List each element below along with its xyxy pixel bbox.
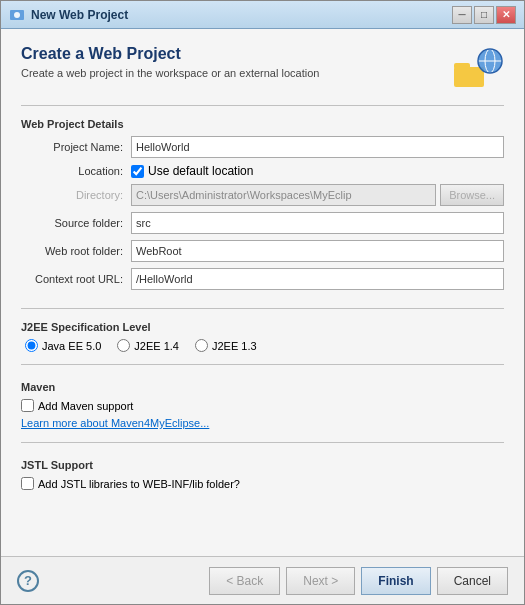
svg-rect-2 (454, 67, 484, 87)
footer-right: < Back Next > Finish Cancel (209, 567, 508, 595)
back-button[interactable]: < Back (209, 567, 280, 595)
maven-section: Maven Add Maven support Learn more about… (21, 381, 504, 430)
maven-checkbox-row[interactable]: Add Maven support (21, 399, 504, 412)
section-label-details: Web Project Details (21, 118, 504, 130)
add-jstl-label: Add JSTL libraries to WEB-INF/lib folder… (38, 478, 240, 490)
j2ee-radio-javaee5[interactable] (25, 339, 38, 352)
j2ee-section: J2EE Specification Level Java EE 5.0 J2E… (21, 321, 504, 352)
add-jstl-checkbox[interactable] (21, 477, 34, 490)
dialog-subtitle: Create a web project in the workspace or… (21, 67, 319, 79)
location-row: Location: Use default location (21, 164, 504, 178)
j2ee-option-javaee5[interactable]: Java EE 5.0 (25, 339, 101, 352)
add-maven-support-label: Add Maven support (38, 400, 133, 412)
svg-point-1 (14, 12, 20, 18)
jstl-checkbox-row[interactable]: Add JSTL libraries to WEB-INF/lib folder… (21, 477, 504, 490)
web-root-folder-row: Web root folder: (21, 240, 504, 262)
header-divider (21, 105, 504, 106)
dialog-content: Create a Web Project Create a web projec… (1, 29, 524, 556)
maven-section-label: Maven (21, 381, 504, 393)
maven-divider (21, 364, 504, 365)
directory-label: Directory: (21, 189, 131, 201)
source-folder-label: Source folder: (21, 217, 131, 229)
jstl-divider (21, 442, 504, 443)
dialog-title: Create a Web Project (21, 45, 319, 63)
header-text: Create a Web Project Create a web projec… (21, 45, 319, 79)
project-name-label: Project Name: (21, 141, 131, 153)
context-root-url-row: Context root URL: (21, 268, 504, 290)
context-root-url-label: Context root URL: (21, 273, 131, 285)
window-title: New Web Project (31, 8, 452, 22)
j2ee-label-j2ee13: J2EE 1.3 (212, 340, 257, 352)
svg-rect-3 (454, 63, 470, 69)
j2ee-divider (21, 308, 504, 309)
minimize-button[interactable]: ─ (452, 6, 472, 24)
project-name-input[interactable] (131, 136, 504, 158)
source-folder-row: Source folder: (21, 212, 504, 234)
directory-row: Directory: Browse... (21, 184, 504, 206)
j2ee-option-j2ee14[interactable]: J2EE 1.4 (117, 339, 179, 352)
web-root-folder-input[interactable] (131, 240, 504, 262)
directory-input (131, 184, 436, 206)
context-root-url-input[interactable] (131, 268, 504, 290)
web-root-folder-label: Web root folder: (21, 245, 131, 257)
location-label: Location: (21, 165, 131, 177)
use-default-location-label: Use default location (148, 164, 253, 178)
j2ee-section-label: J2EE Specification Level (21, 321, 504, 333)
project-name-row: Project Name: (21, 136, 504, 158)
help-button[interactable]: ? (17, 570, 39, 592)
jstl-section-label: JSTL Support (21, 459, 504, 471)
web-project-details-section: Web Project Details Project Name: Locati… (21, 118, 504, 296)
j2ee-label-j2ee14: J2EE 1.4 (134, 340, 179, 352)
title-bar: New Web Project ─ □ ✕ (1, 1, 524, 29)
window-icon (9, 7, 25, 23)
add-maven-support-checkbox[interactable] (21, 399, 34, 412)
j2ee-radio-j2ee14[interactable] (117, 339, 130, 352)
dialog-footer: ? < Back Next > Finish Cancel (1, 556, 524, 604)
j2ee-option-j2ee13[interactable]: J2EE 1.3 (195, 339, 257, 352)
globe-icon (452, 45, 504, 93)
close-button[interactable]: ✕ (496, 6, 516, 24)
j2ee-radio-j2ee13[interactable] (195, 339, 208, 352)
use-default-location-checkbox[interactable] (131, 165, 144, 178)
dialog-window: New Web Project ─ □ ✕ Create a Web Proje… (0, 0, 525, 605)
browse-button: Browse... (440, 184, 504, 206)
maximize-button[interactable]: □ (474, 6, 494, 24)
header-section: Create a Web Project Create a web projec… (21, 45, 504, 93)
source-folder-input[interactable] (131, 212, 504, 234)
finish-button[interactable]: Finish (361, 567, 430, 595)
j2ee-label-javaee5: Java EE 5.0 (42, 340, 101, 352)
maven-learn-more-link[interactable]: Learn more about Maven4MyEclipse... (21, 417, 209, 429)
footer-left: ? (17, 570, 39, 592)
jstl-section: JSTL Support Add JSTL libraries to WEB-I… (21, 459, 504, 490)
location-checkbox-row: Use default location (131, 164, 253, 178)
window-controls: ─ □ ✕ (452, 6, 516, 24)
cancel-button[interactable]: Cancel (437, 567, 508, 595)
next-button[interactable]: Next > (286, 567, 355, 595)
j2ee-radio-group: Java EE 5.0 J2EE 1.4 J2EE 1.3 (25, 339, 504, 352)
